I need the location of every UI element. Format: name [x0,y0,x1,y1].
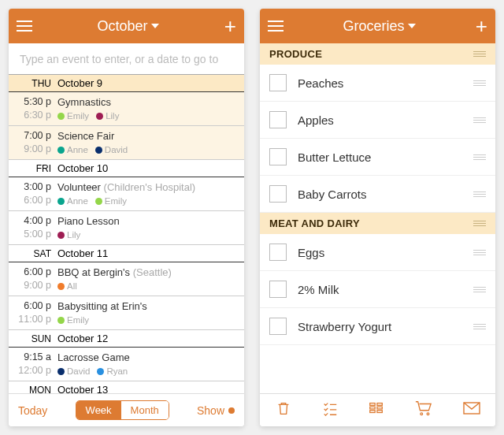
event-title: Lacrosse Game [57,351,244,365]
person-name: Emily [67,314,89,327]
list-item[interactable]: Apples [260,102,495,139]
event-row[interactable]: 6:00 p11:00 pBabysitting at Erin'sEmily [9,296,244,330]
event-times: 5:30 p6:30 p [9,92,57,125]
mail-icon[interactable] [462,400,481,421]
event-row[interactable]: 9:15 a12:00 pLacrosse GameDavidRyan [9,348,244,381]
add-event-button[interactable]: + [224,16,236,36]
person-dot-icon [97,368,104,375]
checkbox[interactable] [269,111,287,128]
drag-handle-icon[interactable] [473,80,486,86]
svg-rect-3 [376,403,381,406]
item-label: Apples [298,113,473,127]
event-times: 4:00 p5:00 p [9,211,57,244]
checkbox[interactable] [269,244,287,261]
view-segment[interactable]: Week Month [76,400,169,420]
menu-icon[interactable] [268,20,284,32]
groceries-header: Groceries + [260,9,495,43]
event-times: 7:00 p9:00 p [9,126,57,159]
checkbox[interactable] [269,148,287,165]
person-name: Lily [67,229,80,242]
groceries-body: PRODUCEPeachesApplesButter LettuceBaby C… [260,43,495,345]
event-row[interactable]: 5:30 p6:30 pGymnasticsEmilyLily [9,92,244,126]
calendar-header: October + [9,9,244,43]
list-item[interactable]: Eggs [260,234,495,271]
drag-handle-icon[interactable] [473,287,486,292]
person-name: All [67,281,77,293]
show-button[interactable]: Show [197,404,235,417]
day-of-week: FRI [9,163,57,174]
section-header[interactable]: PRODUCE [260,43,495,65]
menu-icon[interactable] [17,20,32,32]
show-dot-icon [228,407,235,414]
person-dot-icon [95,147,102,154]
day-date: October 12 [57,333,244,344]
person-name: Anne [67,195,88,208]
item-label: Baby Carrots [298,188,473,201]
checkbox[interactable] [269,318,287,335]
event-row[interactable]: 6:00 p9:00 pBBQ at Bergin's (Seattle)All [9,262,244,296]
svg-rect-5 [376,411,381,413]
checklist-icon[interactable] [321,400,339,421]
month-segment[interactable]: Month [121,401,169,419]
event-people: AnneEmily [57,195,244,208]
calendar-screen: October + Type an event to enter, or a d… [9,9,244,426]
event-times: 9:15 a12:00 p [9,348,57,381]
list-item[interactable]: 2% Milk [260,271,495,308]
day-header[interactable]: SATOctober 11 [9,245,244,262]
section-name: MEAT AND DAIRY [269,217,360,229]
drag-handle-icon[interactable] [473,154,486,160]
day-date: October 9 [57,77,244,89]
trash-icon[interactable] [275,400,292,421]
groceries-footer [260,393,495,426]
add-item-button[interactable]: + [476,16,487,36]
checkbox[interactable] [269,74,287,91]
drag-handle-icon[interactable] [473,221,486,226]
day-header[interactable]: THUOctober 9 [9,75,244,92]
event-people: DavidRyan [57,366,244,378]
drag-handle-icon[interactable] [473,324,486,329]
chevron-down-icon [151,24,159,28]
drag-handle-icon[interactable] [473,250,486,255]
drag-handle-icon[interactable] [473,117,486,123]
person-name: Emily [67,110,89,123]
week-segment[interactable]: Week [76,401,121,419]
day-header[interactable]: FRIOctober 10 [9,160,244,177]
list-item[interactable]: Baby Carrots [260,176,495,213]
checkbox[interactable] [269,281,287,298]
event-input[interactable]: Type an event to enter, or a date to go … [9,43,244,75]
chevron-down-icon [408,24,416,28]
event-title: Babysitting at Erin's [57,299,244,314]
item-label: 2% Milk [298,283,473,296]
event-title: Gymnastics [57,95,244,110]
checkbox[interactable] [269,185,287,203]
list-item[interactable]: Peaches [260,65,495,102]
event-times: 3:00 p6:00 p [9,177,57,210]
today-button[interactable]: Today [18,404,47,417]
columns-icon[interactable] [368,400,385,421]
day-header[interactable]: SUNOctober 12 [9,330,244,348]
svg-point-7 [427,413,429,415]
day-date: October 11 [57,247,244,259]
section-header[interactable]: MEAT AND DAIRY [260,213,495,234]
person-name: Ryan [106,366,128,378]
event-title: Volunteer (Children's Hospital) [57,180,244,195]
list-item[interactable]: Strawberry Yogurt [260,308,495,345]
item-label: Peaches [298,76,473,90]
list-item[interactable]: Butter Lettuce [260,139,495,176]
event-row[interactable]: 4:00 p5:00 pPiano LessonLily [9,211,244,245]
item-label: Strawberry Yogurt [298,320,473,333]
event-people: All [57,281,244,293]
person-name: Anne [67,144,88,157]
drag-handle-icon[interactable] [473,51,486,57]
calendar-footer: Today Week Month Show [9,393,244,426]
event-times: 6:00 p9:00 p [9,262,57,296]
cart-icon[interactable] [414,400,433,421]
event-row[interactable]: 7:00 p9:00 pScience FairAnneDavid [9,126,244,160]
calendar-title[interactable]: October [97,18,159,35]
person-name: David [105,144,128,157]
drag-handle-icon[interactable] [473,191,486,197]
calendar-body: THUOctober 95:30 p6:30 pGymnasticsEmilyL… [9,75,244,399]
groceries-title[interactable]: Groceries [343,18,416,35]
event-row[interactable]: 3:00 p6:00 pVolunteer (Children's Hospit… [9,177,244,211]
event-title: BBQ at Bergin's (Seattle) [57,266,244,280]
